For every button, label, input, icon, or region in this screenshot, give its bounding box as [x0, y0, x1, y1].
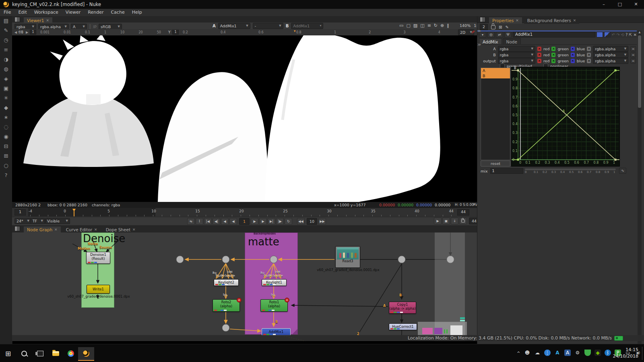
menu-viewer[interactable]: Viewer — [62, 9, 84, 16]
playback-option-button[interactable]: ⇓ — [451, 218, 458, 224]
range-end-display[interactable]: 44 — [457, 209, 469, 216]
split-screen-icon[interactable]: ◫ — [420, 23, 424, 28]
playback-option-button[interactable]: ▶ — [434, 218, 442, 224]
curve-editor[interactable]: 0.90.80.70.60.50.40.30.20.1000.10.20.30.… — [511, 67, 620, 167]
search-icon[interactable] — [16, 347, 32, 360]
gain-slider[interactable]: 0.0010.010.11102050 — [40, 31, 161, 34]
particles-icon[interactable]: ∗ — [0, 113, 12, 122]
metadata-icon[interactable]: ⊟ — [0, 142, 12, 151]
word-tray-icon[interactable]: A — [564, 350, 571, 356]
gain-square-icon[interactable]: ▭ — [399, 23, 403, 28]
menu-edit[interactable]: Edit — [14, 9, 30, 16]
curve-point[interactable] — [517, 159, 519, 161]
alpha-channel-select[interactable]: rgba.alpha▼ — [593, 52, 628, 58]
playback-option-button[interactable]: ▣ — [442, 218, 450, 224]
scroll-up-icon[interactable]: ▲ — [638, 31, 641, 35]
transport-button[interactable]: ▶| — [268, 218, 275, 225]
animation-menu-button[interactable]: = — [630, 58, 636, 64]
node-roto2[interactable]: Roto2 (alpha) A — [213, 299, 240, 312]
transport-button[interactable]: ◀| — [213, 218, 220, 225]
node-name-field[interactable]: AddMix1 — [513, 32, 595, 37]
curve-list-item-b[interactable]: B — [481, 73, 510, 78]
frame-ruler[interactable]: 1 44 -4051015202530354044 — [12, 208, 477, 217]
mix-field[interactable]: 1 — [490, 168, 523, 174]
taskbar-clock[interactable]: 14:15 24/10/2018 — [613, 347, 638, 360]
viewer-image[interactable] — [12, 35, 477, 202]
fstop-prev-icon[interactable]: ◀ — [14, 31, 17, 34]
animation-menu-button[interactable]: = — [630, 52, 636, 58]
tab-close-icon[interactable]: ✕ — [132, 228, 136, 232]
views-icon[interactable]: ◉ — [0, 132, 12, 142]
deep-icon[interactable]: ◌ — [0, 122, 12, 132]
lock-range-button[interactable] — [459, 218, 467, 224]
info-caret-icon[interactable]: ▼ — [473, 203, 475, 206]
curve-point[interactable] — [615, 70, 617, 72]
frame-field[interactable]: 1 — [239, 218, 250, 225]
swap-icon[interactable]: ⇌ — [496, 32, 503, 38]
menu-workspace[interactable]: Workspace — [31, 9, 62, 16]
tab-dope-sheet[interactable]: Dope Sheet✕ — [103, 226, 139, 233]
nuke-taskbar-icon[interactable] — [78, 347, 94, 361]
close-all-panels-icon[interactable]: ⊠ — [499, 25, 502, 29]
tab-close-icon[interactable]: ✕ — [573, 19, 576, 23]
fps-select[interactable]: 24*▼ — [14, 218, 31, 224]
color-icon[interactable]: ◑ — [0, 55, 12, 64]
node-denoise1[interactable]: Denoise1 (Result) — [86, 252, 110, 264]
curve-point[interactable] — [615, 159, 617, 161]
keyer-icon[interactable]: ◈ — [0, 74, 12, 84]
dot-node[interactable] — [270, 256, 277, 263]
viewer-pen-icon[interactable]: ✎ — [470, 30, 475, 34]
b-buffer-select[interactable]: AddMix1▾ — [291, 23, 323, 29]
redo-icon[interactable]: ↷ — [616, 33, 619, 37]
dot-node[interactable] — [222, 324, 229, 331]
channels-icon[interactable] — [597, 32, 603, 37]
visibility-select[interactable]: Visible▼ — [45, 218, 70, 224]
start-button[interactable]: ⊞ — [0, 347, 16, 360]
refresh-icon[interactable]: ↻ — [434, 23, 438, 28]
node-roto1[interactable]: Roto1 (alpha) A — [260, 299, 288, 312]
float-panel-icon[interactable]: ⇱ — [629, 33, 632, 37]
blue-checkbox[interactable]: ✕ — [571, 47, 575, 51]
alpha-channel-select[interactable]: rgba.alpha▼ — [593, 46, 628, 52]
tray-chevron-icon[interactable]: ^ — [517, 351, 520, 356]
pause-icon[interactable]: ‖ — [447, 23, 449, 28]
tab-node-graph[interactable]: Node Graph✕ — [24, 226, 61, 233]
minimize-button[interactable]: – — [596, 0, 612, 9]
lock-icon[interactable] — [491, 25, 495, 29]
channels-split-icon[interactable] — [604, 32, 611, 37]
green-checkbox[interactable]: ✕ — [551, 59, 555, 63]
center-node-icon[interactable]: ◎ — [487, 32, 495, 38]
transport-button[interactable]: I — [196, 218, 203, 225]
alpha-checkbox[interactable]: ✕ — [587, 53, 591, 57]
onedrive-tray-icon[interactable]: ☁ — [534, 350, 541, 356]
merge-icon[interactable]: ▣ — [0, 84, 12, 93]
dot-node[interactable] — [176, 256, 184, 263]
node-keylight2[interactable]: Keylight2 — [214, 279, 239, 286]
dot-node[interactable] — [222, 256, 229, 263]
scrollbar-thumb[interactable] — [638, 35, 641, 108]
tab-node[interactable]: Node — [503, 38, 521, 45]
tab-close-icon[interactable]: ✕ — [516, 19, 519, 23]
gamma-square-icon[interactable]: ▢ — [406, 23, 410, 28]
step-forward-button[interactable]: ▶▶ — [318, 218, 326, 225]
file-explorer-icon[interactable] — [47, 347, 64, 360]
layer-select[interactable]: rgba▼ — [498, 46, 535, 52]
green-checkbox[interactable]: ✕ — [551, 53, 555, 57]
wipe-icon[interactable]: ▨ — [413, 23, 417, 28]
splitter-collapse-icon[interactable]: ≫ — [477, 43, 481, 47]
curve-toggle-icon[interactable]: ∿ — [619, 168, 626, 174]
curve-list-item-a[interactable]: A — [481, 68, 510, 73]
node-write1[interactable]: Write1 — [87, 285, 110, 294]
tab-addmix[interactable]: AddMix — [479, 38, 502, 45]
input-process-toggle[interactable]: IP — [93, 25, 97, 29]
tab-close-icon[interactable]: ✕ — [46, 19, 49, 23]
blue-checkbox[interactable]: ✕ — [571, 53, 575, 57]
filter-icon[interactable]: ◍ — [0, 64, 12, 74]
transport-button[interactable]: |▶ — [276, 218, 284, 225]
fstop-label[interactable]: f/8 — [19, 30, 23, 34]
close-button[interactable]: ✕ — [628, 0, 644, 9]
dot-node[interactable] — [398, 256, 405, 263]
red-checkbox[interactable]: ✕ — [537, 53, 541, 57]
tf-select[interactable]: TF▼ — [31, 218, 45, 224]
zoom-level[interactable]: 140% — [460, 23, 471, 28]
